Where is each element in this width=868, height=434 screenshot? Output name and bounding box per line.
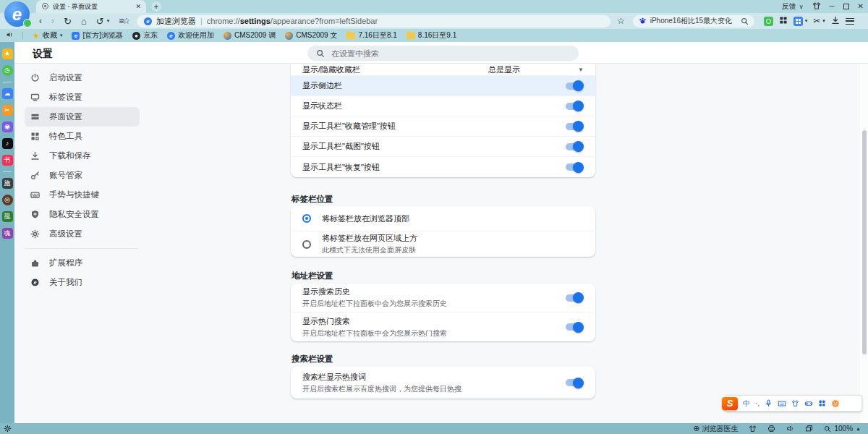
toggle-switch[interactable] bbox=[566, 103, 582, 110]
settings-page: 设置 启动设置 标签设置 界面设置 特色工具 bbox=[14, 42, 868, 423]
nav-item-startup[interactable]: 启动设置 bbox=[14, 68, 148, 88]
nav-item-gestures[interactable]: 手势与快捷键 bbox=[14, 185, 148, 205]
gear-icon[interactable] bbox=[4, 425, 12, 433]
forward-button[interactable]: › bbox=[51, 16, 54, 26]
toggle-switch[interactable] bbox=[566, 379, 582, 386]
speaker-icon[interactable] bbox=[6, 31, 13, 40]
chevron-down-icon[interactable]: ▾ bbox=[107, 18, 110, 24]
bookmark-folder[interactable]: 7.16日至8.1 bbox=[346, 30, 396, 41]
feedback-button[interactable]: 反馈 ∨ bbox=[782, 1, 804, 12]
douyin-app-icon[interactable]: ♪ bbox=[2, 138, 13, 149]
nav-item-featured-tools[interactable]: 特色工具 bbox=[14, 127, 148, 146]
toolbar-search-box[interactable] bbox=[633, 15, 754, 27]
app-shortcut-icon[interactable]: 龍 bbox=[2, 211, 13, 222]
scrollbar-thumb[interactable] bbox=[862, 130, 867, 354]
radio-row-tabs-above-page[interactable]: 将标签栏放在网页区域上方 此模式下无法使用全面屏皮肤 bbox=[291, 231, 595, 257]
printer-icon[interactable] bbox=[767, 425, 775, 433]
netdisk-app-icon[interactable]: ☁ bbox=[2, 88, 13, 99]
bookmark-item[interactable]: CMS2009 调 bbox=[224, 30, 276, 41]
emoji-smiley-icon[interactable] bbox=[831, 399, 840, 408]
history-clock-icon[interactable]: ◷ bbox=[2, 65, 13, 76]
magnifier-icon bbox=[824, 425, 831, 433]
nav-item-downloads[interactable]: 下载和保存 bbox=[14, 146, 148, 166]
bookmark-item[interactable]: e [官方]浏览器 bbox=[72, 30, 123, 41]
sogou-logo-icon[interactable]: S bbox=[722, 397, 738, 410]
back-button[interactable]: ‹ bbox=[39, 16, 42, 26]
apps-grid-icon[interactable] bbox=[779, 16, 788, 27]
bookmark-item[interactable]: ● 京东 bbox=[132, 30, 158, 41]
green-extension-icon[interactable] bbox=[764, 17, 773, 26]
game-center-app-icon[interactable]: ◉ bbox=[2, 122, 13, 132]
radio-selected-icon[interactable] bbox=[302, 214, 311, 223]
radio-row-tabs-top[interactable]: 将标签栏放在浏览器顶部 bbox=[291, 206, 595, 231]
mic-icon[interactable] bbox=[765, 399, 773, 407]
wallet-extension-icon[interactable] bbox=[793, 17, 803, 26]
apps-grid-icon[interactable] bbox=[818, 399, 826, 407]
browser-tab[interactable]: 设置 - 界面设置 ✕ bbox=[36, 0, 146, 13]
zoom-control[interactable]: 100% ▲ bbox=[824, 425, 861, 433]
show-hot-search-row: 显示热门搜索 开启后地址栏下拉面板中会为您展示热门搜索 bbox=[291, 312, 595, 341]
skin-shirt-icon[interactable] bbox=[749, 425, 757, 433]
bookmark-item[interactable]: e 欢迎使用加 bbox=[167, 30, 214, 41]
toggle-switch[interactable] bbox=[566, 82, 582, 90]
home-button[interactable]: ⌂ bbox=[81, 16, 87, 27]
nav-item-interface[interactable]: 界面设置 bbox=[25, 107, 140, 127]
app-shortcut-icon[interactable]: 魂 bbox=[2, 228, 13, 239]
address-bar[interactable]: e 加速浏览器 | chrome://settings/appearance?f… bbox=[137, 15, 610, 27]
favorites-menu-button[interactable]: ★ 收藏 ▾ bbox=[33, 30, 62, 41]
toolbar-search-input[interactable] bbox=[650, 17, 737, 25]
browser-doctor-button[interactable]: ⊕ 浏览器医生 bbox=[693, 424, 738, 434]
scrollbar-track[interactable] bbox=[860, 42, 868, 423]
nav-item-about[interactable]: e 关于我们 bbox=[14, 273, 148, 292]
nav-item-account[interactable]: 账号管家 bbox=[14, 166, 148, 185]
toggle-switch[interactable] bbox=[566, 323, 582, 331]
skin-shirt-icon[interactable] bbox=[812, 0, 821, 13]
settings-search-box[interactable] bbox=[307, 46, 579, 61]
chevron-down-icon[interactable]: ▾ bbox=[805, 18, 808, 24]
browser-logo[interactable]: e bbox=[4, 1, 30, 27]
chinese-mode-icon[interactable]: 中 bbox=[743, 400, 750, 407]
nav-item-extensions[interactable]: 扩展程序 bbox=[14, 253, 148, 273]
tab-close-icon[interactable]: ✕ bbox=[135, 4, 141, 10]
bookmark-folder[interactable]: 8.16日至9.1 bbox=[407, 30, 456, 41]
punctuation-icon[interactable]: ·, bbox=[755, 400, 760, 407]
search-icon[interactable] bbox=[741, 17, 749, 25]
minimize-button[interactable]: ─ bbox=[830, 3, 835, 10]
maximize-button[interactable] bbox=[843, 4, 849, 9]
radio-unselected-icon[interactable] bbox=[302, 240, 311, 249]
toggle-switch[interactable] bbox=[566, 123, 582, 130]
app-shortcut-icon[interactable]: 施 bbox=[2, 178, 13, 189]
menu-icon[interactable] bbox=[846, 18, 854, 25]
multi-window-icon[interactable] bbox=[805, 425, 813, 433]
favorites-bar-select[interactable]: 总是显示 ▼ bbox=[488, 64, 584, 75]
favorites-list-icon[interactable]: ≡☆ bbox=[119, 16, 129, 26]
nav-item-advanced[interactable]: 高级设置 bbox=[14, 224, 148, 244]
xiaohongshu-app-icon[interactable]: 书 bbox=[2, 155, 13, 166]
close-button[interactable]: ✕ bbox=[858, 3, 864, 10]
settings-search-input[interactable] bbox=[331, 49, 570, 58]
gamepad-icon[interactable] bbox=[804, 399, 813, 408]
sogou-ime-toolbar: S 中 ·, bbox=[725, 395, 862, 412]
download-icon[interactable] bbox=[831, 16, 840, 27]
keyboard-icon[interactable] bbox=[778, 399, 786, 408]
zoom-level: 100% bbox=[834, 425, 853, 433]
blocks-icon bbox=[30, 132, 40, 141]
tools-app-icon[interactable]: ✂ bbox=[2, 105, 13, 116]
refresh-button[interactable]: ↻ bbox=[64, 16, 72, 27]
favorites-star-icon[interactable]: ★ bbox=[2, 48, 13, 59]
chevron-down-icon[interactable]: ▾ bbox=[822, 18, 825, 24]
bookmark-item[interactable]: CMS2009 文 bbox=[285, 30, 337, 41]
toggle-switch[interactable] bbox=[566, 294, 582, 302]
skin-shirt-icon[interactable] bbox=[791, 399, 799, 407]
speaker-icon[interactable] bbox=[786, 425, 794, 433]
new-tab-button[interactable]: + bbox=[151, 1, 161, 12]
toggle-switch[interactable] bbox=[566, 163, 582, 171]
undo-close-button[interactable]: ↺ bbox=[96, 16, 104, 27]
screenshot-scissors-icon[interactable]: ✂ bbox=[813, 16, 820, 26]
app-shortcut-icon[interactable]: ◎ bbox=[2, 195, 13, 205]
bookmark-star-icon[interactable]: ☆ bbox=[617, 16, 625, 26]
row-label: 显示侧边栏 bbox=[302, 80, 566, 91]
toggle-switch[interactable] bbox=[566, 143, 582, 150]
nav-item-privacy[interactable]: 隐私安全设置 bbox=[14, 205, 148, 224]
nav-item-tabs[interactable]: 标签设置 bbox=[14, 88, 148, 107]
